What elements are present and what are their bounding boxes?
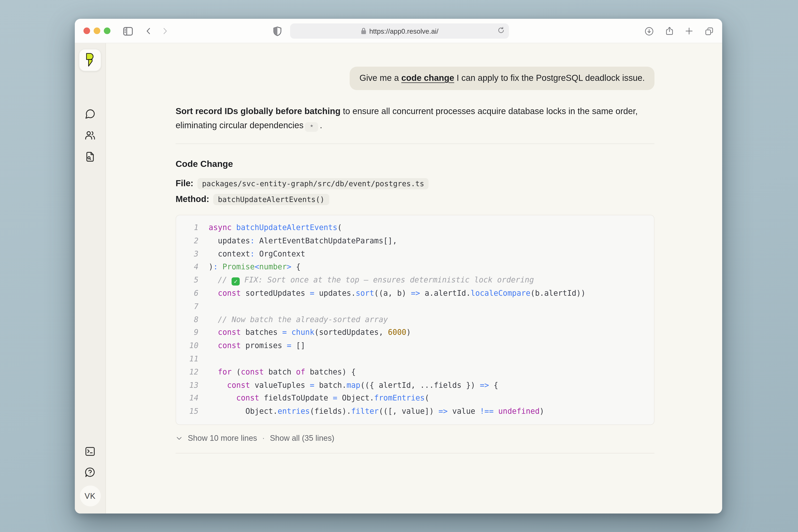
lock-icon: [361, 27, 366, 35]
app-sidebar: VK: [75, 43, 106, 513]
main-content: Give me a code change I can apply to fix…: [106, 43, 722, 513]
close-window-button[interactable]: [83, 27, 90, 34]
resolve-logo[interactable]: [79, 49, 101, 71]
file-path-chip: packages/svc-entity-graph/src/db/event/p…: [197, 178, 429, 189]
code-line: 10 const promises = []: [176, 340, 654, 353]
file-row: File: packages/svc-entity-graph/src/db/e…: [176, 178, 654, 189]
code-line: 11: [176, 353, 654, 366]
code-line: 6 const sortedUpdates = updates.sort((a,…: [176, 287, 654, 300]
reload-icon[interactable]: [497, 26, 505, 36]
answer-lead: Sort record IDs globally before batching: [176, 107, 340, 116]
code-line: 7: [176, 300, 654, 313]
window-body: VK Give me a code change I can apply to …: [75, 43, 722, 513]
file-label: File:: [176, 179, 193, 189]
forward-icon[interactable]: [157, 19, 173, 43]
tab-overview-icon[interactable]: [701, 19, 717, 43]
code-change-heading: Code Change: [176, 159, 654, 169]
code-line: 3 context: OrgContext: [176, 248, 654, 261]
method-name-chip: batchUpdateAlertEvents(): [213, 194, 329, 205]
minimize-window-button[interactable]: [94, 27, 100, 34]
code-line: 8 // Now batch the already-sorted array: [176, 314, 654, 326]
divider: [176, 144, 654, 144]
privacy-shield-icon[interactable]: [269, 19, 286, 43]
sidebar-toggle-icon[interactable]: [120, 19, 136, 43]
code-footer: Show 10 more lines · Show all (35 lines): [176, 434, 654, 443]
citation-badge[interactable]: *: [305, 122, 318, 132]
traffic-lights: [83, 27, 111, 34]
chevron-down-icon: [176, 435, 183, 442]
browser-window: https://app0.resolve.ai/: [75, 19, 722, 513]
code-line: 12 for (const batch of batches) {: [176, 366, 654, 379]
avatar[interactable]: VK: [80, 486, 100, 506]
code-line: 5 // ✓ FIX: Sort once at the top — ensur…: [176, 274, 654, 287]
code-line: 15 Object.entries(fields).filter(([, val…: [176, 405, 654, 418]
browser-titlebar: https://app0.resolve.ai/: [75, 19, 722, 43]
zoom-window-button[interactable]: [104, 27, 111, 34]
user-message-emphasis: code change: [401, 73, 454, 83]
user-message-suffix: I can apply to fix the PostgreSQL deadlo…: [454, 73, 645, 83]
divider: [176, 453, 654, 453]
assistant-answer: Sort record IDs globally before batching…: [176, 104, 654, 132]
url-text: https://app0.resolve.ai/: [369, 27, 438, 35]
code-block: 1async batchUpdateAlertEvents(2 updates:…: [176, 215, 654, 425]
code-line: 14 const fieldsToUpdate = Object.fromEnt…: [176, 392, 654, 405]
back-icon[interactable]: [140, 19, 157, 43]
chat-icon[interactable]: [81, 105, 99, 123]
people-icon[interactable]: [81, 126, 99, 145]
code-line: 2 updates: AlertEventBatchUpdateParams[]…: [176, 234, 654, 247]
new-tab-icon[interactable]: [681, 19, 697, 43]
code-lines: 1async batchUpdateAlertEvents(2 updates:…: [176, 221, 654, 418]
terminal-icon[interactable]: [81, 442, 99, 460]
code-line: 13 const valueTuples = batch.map(({ aler…: [176, 379, 654, 392]
code-line: 1async batchUpdateAlertEvents(: [176, 221, 654, 234]
show-all-lines-button[interactable]: Show all (35 lines): [270, 434, 335, 443]
footer-separator: ·: [262, 434, 265, 443]
desktop: https://app0.resolve.ai/: [0, 0, 798, 532]
document-search-icon[interactable]: [81, 148, 99, 166]
code-line: 4): Promise<number> {: [176, 261, 654, 274]
user-message-bubble: Give me a code change I can apply to fix…: [350, 67, 654, 90]
help-icon[interactable]: [81, 463, 99, 481]
avatar-initials: VK: [84, 491, 96, 500]
share-icon[interactable]: [661, 19, 677, 43]
method-row: Method: batchUpdateAlertEvents(): [176, 194, 654, 205]
method-label: Method:: [176, 194, 209, 205]
show-more-lines-button[interactable]: Show 10 more lines: [188, 434, 257, 443]
answer-tail: .: [320, 120, 322, 130]
downloads-icon[interactable]: [641, 19, 657, 43]
user-message-prefix: Give me a: [360, 73, 401, 83]
address-bar[interactable]: https://app0.resolve.ai/: [290, 23, 509, 39]
code-line: 9 const batches = chunk(sortedUpdates, 6…: [176, 326, 654, 340]
